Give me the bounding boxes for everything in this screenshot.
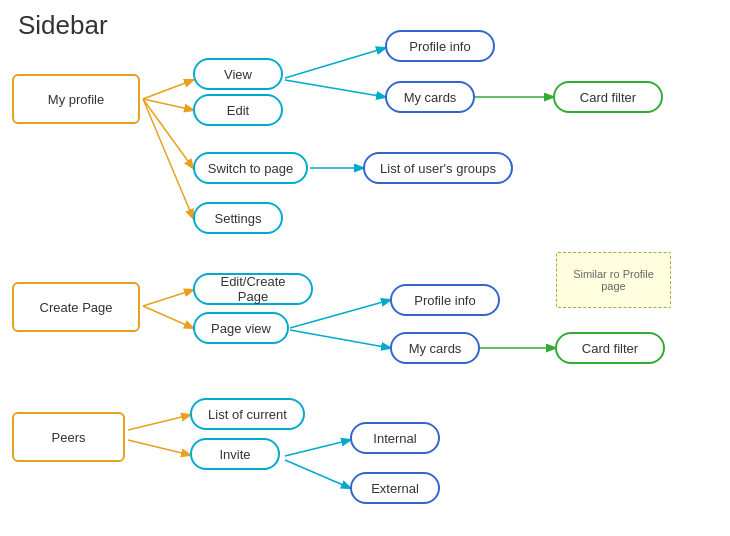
my-cards-2-node: My cards bbox=[390, 332, 480, 364]
edit-node: Edit bbox=[193, 94, 283, 126]
page-view-node: Page view bbox=[193, 312, 289, 344]
svg-line-11 bbox=[290, 330, 390, 348]
svg-line-8 bbox=[143, 290, 193, 306]
svg-line-15 bbox=[285, 440, 350, 456]
internal-node: Internal bbox=[350, 422, 440, 454]
profile-info-2-node: Profile info bbox=[390, 284, 500, 316]
create-page-node: Create Page bbox=[12, 282, 140, 332]
svg-line-3 bbox=[143, 99, 193, 218]
diagram-title: Sidebar bbox=[18, 10, 108, 41]
svg-line-9 bbox=[143, 306, 193, 328]
svg-line-16 bbox=[285, 460, 350, 488]
svg-line-2 bbox=[143, 99, 193, 168]
list-of-current-node: List of current bbox=[190, 398, 305, 430]
view-node: View bbox=[193, 58, 283, 90]
profile-info-1-node: Profile info bbox=[385, 30, 495, 62]
diagram: Sidebar bbox=[0, 0, 730, 536]
svg-line-4 bbox=[285, 48, 385, 78]
svg-line-0 bbox=[143, 80, 193, 99]
settings-node: Settings bbox=[193, 202, 283, 234]
svg-line-1 bbox=[143, 99, 193, 110]
list-users-groups-node: List of user's groups bbox=[363, 152, 513, 184]
note-node: Similar ro Profile page bbox=[556, 252, 671, 308]
my-cards-1-node: My cards bbox=[385, 81, 475, 113]
edit-create-page-node: Edit/Create Page bbox=[193, 273, 313, 305]
switch-to-page-node: Switch to page bbox=[193, 152, 308, 184]
svg-line-14 bbox=[128, 440, 190, 455]
svg-line-13 bbox=[128, 415, 190, 430]
svg-line-5 bbox=[285, 80, 385, 97]
card-filter-2-node: Card filter bbox=[555, 332, 665, 364]
peers-node: Peers bbox=[12, 412, 125, 462]
svg-line-10 bbox=[290, 300, 390, 328]
invite-node: Invite bbox=[190, 438, 280, 470]
card-filter-1-node: Card filter bbox=[553, 81, 663, 113]
my-profile-node: My profile bbox=[12, 74, 140, 124]
external-node: External bbox=[350, 472, 440, 504]
